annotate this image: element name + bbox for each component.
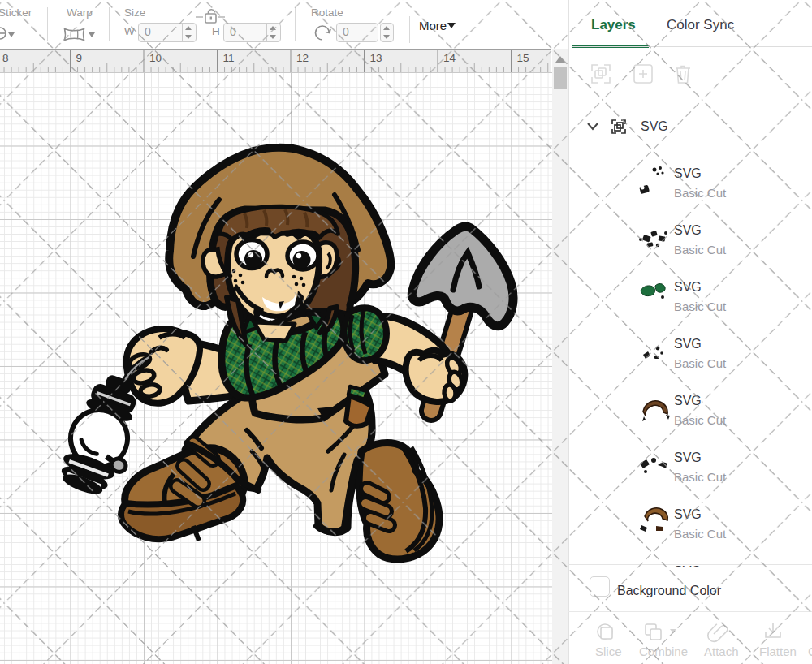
svg-text:Flatten: Flatten [759, 645, 797, 658]
svg-text:Slice: Slice [595, 645, 622, 658]
svg-text:C: C [808, 645, 812, 658]
svg-text:Combine: Combine [639, 645, 688, 658]
svg-text:Attach: Attach [704, 645, 739, 658]
